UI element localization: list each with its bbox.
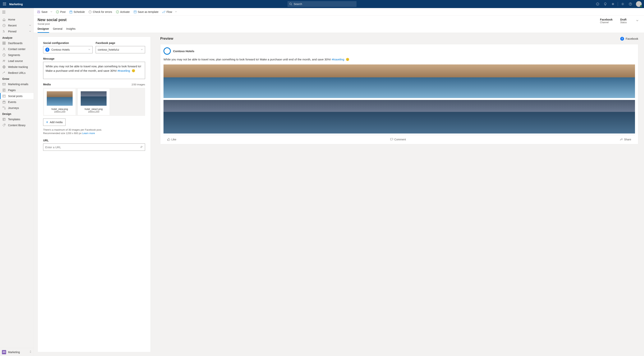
url-label: URL	[43, 139, 145, 142]
svg-point-36	[116, 11, 119, 13]
schedule-button[interactable]: Schedule	[68, 9, 86, 15]
search-placeholder: Search	[294, 3, 302, 6]
comment-button[interactable]: Comment	[390, 136, 406, 141]
media-grid: hotel_view.png 1800x1200 hotel_view2.png…	[43, 88, 145, 116]
dashboard-icon	[2, 42, 6, 45]
svg-point-38	[162, 12, 163, 13]
chevron-updown-icon	[29, 350, 32, 354]
cmd-label: Activate	[120, 10, 130, 14]
app-launcher-icon[interactable]	[1, 0, 8, 8]
nav-collapse-button[interactable]	[2, 10, 6, 15]
nav-content-library[interactable]: Content library	[0, 122, 34, 128]
social-config-dropdown[interactable]: f Contoso Hotels	[43, 46, 92, 53]
share-button[interactable]: Share	[620, 136, 631, 141]
facebook-icon: f	[45, 48, 50, 52]
help-icon[interactable]: ?	[627, 0, 634, 8]
task-icon[interactable]	[594, 0, 601, 8]
nav-templates[interactable]: Templates	[0, 116, 34, 122]
nav-area-switcher[interactable]: AN Marketing	[0, 348, 34, 356]
url-input[interactable]	[43, 143, 145, 151]
nav-segments[interactable]: Segments	[0, 52, 34, 58]
nav-pages[interactable]: Pages	[0, 87, 34, 93]
social-config-value: Contoso Hotels	[51, 48, 70, 51]
nav-home[interactable]: Home	[0, 17, 34, 23]
nav-label: Redirect URLs	[8, 71, 26, 74]
media-item[interactable]: hotel_view.png 1800x1200	[44, 89, 76, 115]
template-icon	[134, 10, 137, 14]
tab-insights[interactable]: Insights	[66, 27, 76, 33]
svg-rect-37	[134, 11, 136, 13]
nav-social-posts[interactable]: Social posts	[0, 93, 34, 99]
nav-dashboards[interactable]: Dashboards	[0, 40, 34, 46]
nav-label: Contact center	[8, 48, 26, 51]
person-icon	[2, 48, 6, 51]
settings-icon[interactable]	[619, 0, 626, 8]
chevron-down-icon	[88, 48, 90, 51]
svg-point-30	[4, 109, 5, 109]
search-input[interactable]: Search	[288, 1, 356, 7]
nav-label: Journeys	[8, 107, 19, 110]
page-dropdown[interactable]: contoso_hotels/cz	[96, 46, 145, 53]
header-expand[interactable]	[634, 18, 640, 24]
nav-label: Dashboards	[8, 42, 22, 45]
nav-redirect-urls[interactable]: Redirect URLs	[0, 70, 34, 76]
url-field[interactable]	[45, 146, 140, 149]
svg-rect-4	[4, 4, 5, 4]
svg-rect-3	[3, 4, 4, 4]
journey-icon	[2, 107, 6, 110]
like-button[interactable]: Like	[167, 136, 176, 141]
nav-label: Website tracking	[8, 65, 28, 69]
svg-rect-6	[3, 5, 4, 5]
check-errors-button[interactable]: Check for errors	[87, 9, 114, 15]
channel-label: Channel	[600, 21, 612, 24]
preview-avatar	[164, 47, 171, 55]
nav-label: Segments	[8, 54, 20, 57]
nav-website-tracking[interactable]: Website tracking	[0, 64, 34, 70]
tab-list: Designer General Insights	[34, 25, 644, 33]
lightbulb-icon[interactable]	[602, 0, 609, 8]
tab-general[interactable]: General	[53, 27, 62, 33]
post-button[interactable]: Post	[54, 9, 67, 15]
add-media-button[interactable]: + Add media	[43, 119, 66, 126]
save-template-button[interactable]: Save as template	[132, 9, 160, 15]
plus-icon: +	[46, 120, 48, 125]
nav-contact-center[interactable]: Contact center	[0, 46, 34, 52]
nav-label: Recent	[8, 24, 16, 27]
learn-more-link[interactable]: Learn more	[82, 132, 95, 135]
save-button[interactable]: Save	[36, 9, 49, 15]
preview-card: Contoso Hotels While you may not be able…	[160, 44, 638, 144]
flow-button[interactable]: Flow	[161, 9, 174, 15]
activate-button[interactable]: Activate	[114, 9, 131, 15]
media-filename: hotel_view.png	[46, 108, 74, 111]
tab-designer[interactable]: Designer	[38, 27, 49, 33]
nav-recent[interactable]: Recent	[0, 23, 34, 28]
emoji-icon: 🙂	[131, 69, 135, 72]
nav-events[interactable]: Events	[0, 99, 34, 105]
nav-label: Home	[8, 18, 15, 21]
cmd-label: Check for errors	[93, 10, 112, 14]
user-avatar[interactable]	[636, 1, 642, 7]
media-item[interactable]: hotel_view2.png 1800x1200	[78, 89, 110, 115]
svg-point-20	[4, 48, 4, 49]
svg-rect-19	[4, 43, 5, 45]
flow-dropdown[interactable]	[174, 10, 178, 14]
svg-text:?: ?	[630, 3, 631, 5]
nav-pinned[interactable]: Pinned	[0, 28, 34, 34]
page-subtitle: Social post	[38, 23, 66, 25]
nav-journeys[interactable]: Journeys	[0, 105, 34, 111]
save-dropdown[interactable]	[49, 10, 54, 14]
message-textarea[interactable]: While you may not be able to travel now,…	[43, 62, 145, 79]
social-icon	[2, 95, 6, 98]
nav-label: Marketing emails	[8, 83, 28, 86]
add-icon[interactable]	[609, 0, 616, 8]
page-header: New social post Social post Facebook Cha…	[34, 16, 644, 25]
chevron-down-icon	[141, 48, 143, 51]
preview-panel: Preview f Facebook Contoso Hotels While …	[154, 33, 644, 356]
svg-rect-34	[70, 11, 72, 13]
status-label: Status	[620, 21, 627, 24]
nav-marketing-emails[interactable]: Marketing emails	[0, 81, 34, 87]
nav-lead-source[interactable]: Lead source	[0, 58, 34, 64]
svg-point-11	[596, 3, 599, 5]
svg-rect-17	[4, 42, 5, 43]
svg-rect-7	[4, 5, 5, 5]
